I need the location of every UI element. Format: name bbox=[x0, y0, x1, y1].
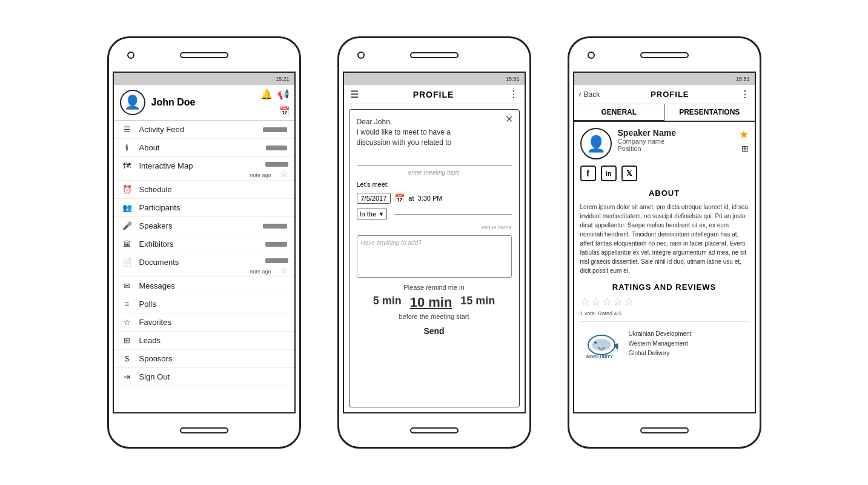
modal-date-time-row: 7/5/2017 📅 at 3:30 PM bbox=[357, 193, 512, 204]
documents-label: Documents bbox=[139, 258, 287, 267]
menu-item-messages[interactable]: ✉ Messages bbox=[114, 277, 294, 295]
menu-item-activity-feed[interactable]: ☰ Activity Feed bbox=[114, 121, 294, 139]
status-bar-3: 15:51 bbox=[574, 73, 755, 85]
scribble-2 bbox=[266, 146, 287, 150]
profile-title: PROFILE bbox=[602, 90, 737, 99]
vote-text: 1 vote. Rated 4.5 bbox=[580, 310, 749, 316]
modal-topic-input[interactable] bbox=[357, 155, 512, 166]
activity-feed-label: Activity Feed bbox=[139, 125, 263, 134]
avatar-icon: 👤 bbox=[124, 95, 141, 110]
star-5[interactable]: ☆ bbox=[624, 295, 634, 309]
modal-close-button[interactable]: ✕ bbox=[505, 113, 513, 125]
menu-icon-2[interactable]: ☰ bbox=[350, 89, 359, 100]
tab-general[interactable]: GENERAL bbox=[574, 104, 664, 122]
broadcast-icon[interactable]: 📢 bbox=[277, 89, 290, 100]
modal-venue-input[interactable] bbox=[394, 214, 512, 215]
phone-top-2 bbox=[339, 38, 529, 72]
calendar-icon-2[interactable]: 📅 bbox=[394, 193, 405, 203]
modal-date-input[interactable]: 7/5/2017 bbox=[357, 193, 391, 204]
menu-item-speakers[interactable]: 🎤 Speakers bbox=[114, 217, 294, 235]
status-time-3: 15:51 bbox=[736, 76, 750, 82]
phone-screen-2: 15:51 ☰ PROFILE ⋮ ✕ Dear John, I would l… bbox=[343, 72, 526, 413]
status-bar-1: 15:21 bbox=[114, 73, 294, 85]
modal-location-select[interactable]: In the ▼ bbox=[357, 209, 387, 219]
map-icon: 🗺 bbox=[121, 161, 133, 170]
home-button-2[interactable] bbox=[410, 427, 459, 433]
location-label: In the bbox=[360, 210, 377, 218]
menu-item-signout[interactable]: ⇥ Sign Out bbox=[114, 368, 294, 386]
back-button[interactable]: Back bbox=[584, 90, 600, 99]
home-button-1[interactable] bbox=[180, 427, 228, 433]
phone-bottom-1 bbox=[109, 413, 299, 447]
star-1[interactable]: ☆ bbox=[580, 295, 590, 309]
modal-send-button[interactable]: Send bbox=[357, 326, 512, 336]
more-icon-2[interactable]: ⋮ bbox=[509, 89, 518, 100]
menu-item-participants[interactable]: 👥 Participants bbox=[114, 199, 294, 217]
star-2[interactable]: ☆ bbox=[591, 295, 601, 309]
phone-bottom-2 bbox=[339, 413, 529, 447]
menu-item-favorites[interactable]: ☆ Favorites bbox=[114, 313, 294, 332]
interactive-map-label: Interactive Map bbox=[139, 161, 287, 170]
linkedin-icon[interactable]: in bbox=[601, 166, 617, 181]
map-star[interactable]: ☆ bbox=[280, 169, 288, 179]
scribble-1 bbox=[263, 127, 287, 132]
home-button-3[interactable] bbox=[640, 427, 689, 433]
app-bar-title-2: PROFILE bbox=[359, 90, 509, 99]
speaker-company: Company name bbox=[618, 138, 733, 145]
modal-notes-textarea[interactable]: Have anything to add? bbox=[357, 235, 512, 278]
menu-item-leads[interactable]: ⊞ Leads bbox=[114, 332, 294, 350]
avatar: 👤 bbox=[120, 90, 145, 115]
app-bar-2: ☰ PROFILE ⋮ bbox=[344, 85, 525, 104]
time-option-15min[interactable]: 15 min bbox=[460, 295, 495, 310]
lets-meet-label: Let's meet: bbox=[357, 181, 389, 188]
phone-screen-1: 15:21 👤 John Doe 🔔 📢 📅 ☰ bbox=[113, 72, 296, 413]
menu-item-interactive-map[interactable]: 🗺 Interactive Map nute ago ☆ bbox=[114, 157, 294, 181]
star-3[interactable]: ☆ bbox=[602, 295, 612, 309]
more-icon-3[interactable]: ⋮ bbox=[740, 89, 750, 100]
twitter-icon[interactable]: 𝕏 bbox=[621, 166, 637, 181]
brand-line-1: Ukrainian Development bbox=[629, 329, 692, 339]
phone-1: 15:21 👤 John Doe 🔔 📢 📅 ☰ bbox=[107, 36, 301, 449]
star-4[interactable]: ☆ bbox=[613, 295, 623, 309]
time-option-10min[interactable]: 10 min bbox=[410, 295, 452, 310]
menu-item-about[interactable]: ℹ About bbox=[114, 139, 294, 157]
mobilunity-logo-svg: MOBILUNITY bbox=[580, 327, 623, 360]
menu-item-documents[interactable]: 📄 Documents nute ago ☆ bbox=[114, 253, 294, 277]
time-option-5min[interactable]: 5 min bbox=[373, 295, 402, 310]
documents-icon: 📄 bbox=[121, 258, 133, 267]
modal-date-row: Let's meet: bbox=[357, 181, 512, 188]
about-text: Lorem ipsum dolor sit amet, pro dicta ut… bbox=[580, 202, 749, 275]
menu-item-polls[interactable]: ≡ Polls bbox=[114, 295, 294, 313]
header-icons: 🔔 📢 bbox=[260, 89, 290, 100]
qr-grid-icon[interactable]: ⊞ bbox=[741, 144, 749, 153]
speaker-position: Position bbox=[618, 145, 733, 152]
status-time-2: 15:51 bbox=[506, 76, 520, 82]
about-section-title: ABOUT bbox=[580, 189, 749, 198]
calendar-icon[interactable]: 📅 bbox=[279, 105, 290, 116]
phone-speaker-1 bbox=[180, 52, 228, 58]
signout-label: Sign Out bbox=[139, 372, 287, 381]
menu-item-sponsors[interactable]: $ Sponsors bbox=[114, 350, 294, 368]
facebook-icon[interactable]: f bbox=[580, 166, 596, 181]
schedule-icon: ⏰ bbox=[121, 185, 133, 194]
polls-icon: ≡ bbox=[121, 299, 133, 309]
at-label: at bbox=[408, 195, 414, 202]
menu-item-schedule[interactable]: ⏰ Schedule bbox=[114, 181, 294, 199]
map-time: nute ago bbox=[250, 172, 271, 178]
modal-time-value: 3:30 PM bbox=[418, 195, 443, 202]
status-bar-2: 15:51 bbox=[344, 73, 525, 85]
scribble-5 bbox=[265, 242, 287, 247]
tab-presentations[interactable]: PRESENTATIONS bbox=[664, 104, 755, 121]
brand-logo: MOBILUNITY bbox=[580, 327, 623, 360]
back-chevron-icon: ‹ bbox=[579, 90, 581, 99]
phone-top-1 bbox=[109, 38, 299, 72]
scribble-3 bbox=[265, 162, 288, 167]
docs-star[interactable]: ☆ bbox=[280, 266, 288, 275]
notification-icon[interactable]: 🔔 bbox=[260, 89, 273, 100]
speaker-avatar: 👤 bbox=[580, 128, 612, 159]
polls-label: Polls bbox=[139, 299, 287, 309]
menu-item-exhibitors[interactable]: 🏛 Exhibitors bbox=[114, 235, 294, 253]
phone-screen-3: 15:51 ‹ Back PROFILE ⋮ GENERAL PRESENTAT… bbox=[573, 72, 756, 413]
menu-header: 👤 John Doe 🔔 📢 📅 bbox=[114, 85, 294, 121]
favorite-star-icon[interactable]: ★ bbox=[739, 128, 749, 141]
